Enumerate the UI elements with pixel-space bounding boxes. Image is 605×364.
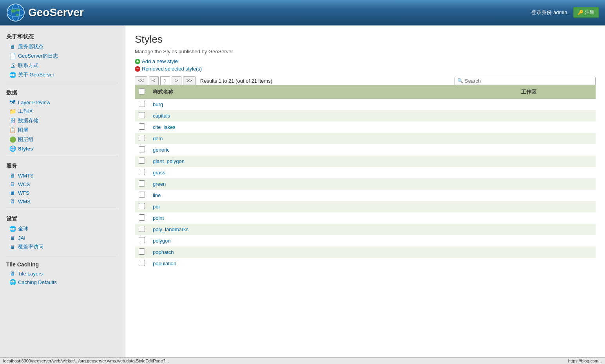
sidebar-item-global[interactable]: 🌐 全球 xyxy=(0,224,125,234)
row-checkbox-cell xyxy=(135,156,149,167)
row-workspace-cell xyxy=(517,201,596,212)
style-name-link[interactable]: cite_lakes xyxy=(153,124,176,130)
style-name-link[interactable]: point xyxy=(153,215,164,221)
row-checkbox-cell xyxy=(135,190,149,201)
style-name-link[interactable]: poi xyxy=(153,204,159,210)
row-checkbox[interactable] xyxy=(139,169,145,175)
sidebar-divider-4 xyxy=(6,255,119,255)
table-row: polygon xyxy=(135,235,596,246)
style-name-link[interactable]: pophatch xyxy=(153,249,174,255)
row-checkbox[interactable] xyxy=(139,146,145,152)
row-checkbox[interactable] xyxy=(139,123,145,130)
table-row: poly_landmarks xyxy=(135,224,596,235)
row-checkbox-cell xyxy=(135,212,149,224)
layers-icon: 📋 xyxy=(9,127,16,133)
style-name-link[interactable]: giant_polygon xyxy=(153,158,185,164)
log-icon: 📄 xyxy=(9,53,16,59)
sidebar-item-layergroups[interactable]: 🟢 图层组 xyxy=(0,135,125,144)
logo-area: GeoServer xyxy=(6,3,84,22)
sidebar-divider-2 xyxy=(6,156,119,156)
row-workspace-cell xyxy=(517,99,596,110)
sidebar-item-datastores[interactable]: 🗄 数据存储 xyxy=(0,116,125,125)
style-name-link[interactable]: poly_landmarks xyxy=(153,226,188,232)
sidebar-item-about[interactable]: 🌐 关于 GeoServer xyxy=(0,70,125,80)
sidebar-item-layer-preview[interactable]: 🗺 Layer Preview xyxy=(0,98,125,107)
sidebar-item-caching-defaults[interactable]: 🌐 Caching Defaults xyxy=(0,278,125,286)
sidebar-item-coverage[interactable]: 🖥 覆盖率访问 xyxy=(0,242,125,252)
row-checkbox[interactable] xyxy=(139,135,145,141)
sidebar-item-geoserver-log[interactable]: 📄 GeoServer的日志 xyxy=(0,51,125,61)
row-checkbox[interactable] xyxy=(139,260,145,266)
row-checkbox-cell xyxy=(135,133,149,144)
row-checkbox[interactable] xyxy=(139,226,145,232)
sidebar-item-wmts[interactable]: 🖥 WMTS xyxy=(0,171,125,180)
row-checkbox[interactable] xyxy=(139,112,145,118)
style-name-link[interactable]: burg xyxy=(153,101,163,107)
style-name-link[interactable]: dem xyxy=(153,136,163,141)
row-checkbox-cell xyxy=(135,201,149,212)
page-title: Styles xyxy=(135,33,596,45)
logout-button[interactable]: 🔑 注销 xyxy=(573,7,599,18)
prev-page-button[interactable]: < xyxy=(149,76,159,85)
th-name: 样式名称 xyxy=(149,85,517,99)
row-workspace-cell xyxy=(517,224,596,235)
style-name-link[interactable]: capitals xyxy=(153,113,170,119)
add-style-link[interactable]: + Add a new style xyxy=(135,58,596,64)
th-checkbox xyxy=(135,85,149,99)
row-checkbox[interactable] xyxy=(139,214,145,221)
row-workspace-cell xyxy=(517,133,596,144)
style-name-link[interactable]: grass xyxy=(153,170,165,176)
header: GeoServer 登录身份 admin. 🔑 注销 xyxy=(0,0,605,25)
sidebar-item-contact[interactable]: 🖨 联系方式 xyxy=(0,61,125,70)
row-checkbox[interactable] xyxy=(139,203,145,209)
row-workspace-cell xyxy=(517,212,596,224)
first-page-button[interactable]: << xyxy=(135,76,147,85)
table-row: pophatch xyxy=(135,246,596,258)
select-all-checkbox[interactable] xyxy=(139,88,145,94)
remove-style-link[interactable]: − Removed selected style(s) xyxy=(135,66,596,72)
sidebar-item-styles[interactable]: 🌐 Styles xyxy=(0,144,125,153)
sidebar-item-wfs[interactable]: 🖥 WFS xyxy=(0,188,125,197)
row-checkbox[interactable] xyxy=(139,192,145,198)
sidebar-item-server-status[interactable]: 🖥 服务器状态 xyxy=(0,42,125,51)
style-name-link[interactable]: polygon xyxy=(153,238,171,244)
last-page-button[interactable]: >> xyxy=(183,76,196,85)
login-info: 登录身份 admin. xyxy=(531,9,569,16)
row-checkbox-cell xyxy=(135,246,149,258)
sidebar-item-wms[interactable]: 🖥 WMS xyxy=(0,197,125,206)
search-input[interactable] xyxy=(465,78,593,84)
row-checkbox[interactable] xyxy=(139,248,145,255)
row-name-cell: poi xyxy=(149,201,517,212)
layout: 关于和状态 🖥 服务器状态 📄 GeoServer的日志 🖨 联系方式 🌐 关于… xyxy=(0,25,605,364)
row-checkbox[interactable] xyxy=(139,180,145,187)
sidebar-item-layers[interactable]: 📋 图层 xyxy=(0,125,125,135)
remove-icon: − xyxy=(135,66,140,72)
status-left: localhost:8000/geoserver/web/wicket/.../… xyxy=(3,359,169,363)
row-checkbox-cell xyxy=(135,99,149,110)
styles-table: 样式名称 工作区 burgcapitalscite_lakesdemgeneri… xyxy=(135,85,596,269)
row-name-cell: giant_polygon xyxy=(149,156,517,167)
sidebar-item-wcs[interactable]: 🖥 WCS xyxy=(0,180,125,188)
page-subtitle: Manage the Styles published by GeoServer xyxy=(135,49,596,54)
style-name-link[interactable]: population xyxy=(153,261,176,266)
row-workspace-cell xyxy=(517,235,596,246)
logo-globe-icon xyxy=(6,3,25,22)
row-name-cell: point xyxy=(149,212,517,224)
style-name-link[interactable]: green xyxy=(153,181,166,187)
sidebar-item-jai[interactable]: 🖥 JAI xyxy=(0,234,125,242)
sidebar-item-workspaces[interactable]: 📁 工作区 xyxy=(0,107,125,116)
row-workspace-cell xyxy=(517,167,596,178)
styles-icon: 🌐 xyxy=(9,145,16,152)
row-checkbox[interactable] xyxy=(139,101,145,107)
row-name-cell: pophatch xyxy=(149,246,517,258)
sidebar: 关于和状态 🖥 服务器状态 📄 GeoServer的日志 🖨 联系方式 🌐 关于… xyxy=(0,25,125,364)
style-name-link[interactable]: generic xyxy=(153,147,170,153)
sidebar-section-services: 服务 xyxy=(0,159,125,171)
sidebar-item-tile-layers[interactable]: 🖥 Tile Layers xyxy=(0,269,125,278)
row-name-cell: polygon xyxy=(149,235,517,246)
next-page-button[interactable]: > xyxy=(172,76,181,85)
row-checkbox[interactable] xyxy=(139,237,145,243)
row-checkbox[interactable] xyxy=(139,158,145,164)
style-name-link[interactable]: line xyxy=(153,192,161,198)
search-box: 🔍 xyxy=(455,77,596,85)
